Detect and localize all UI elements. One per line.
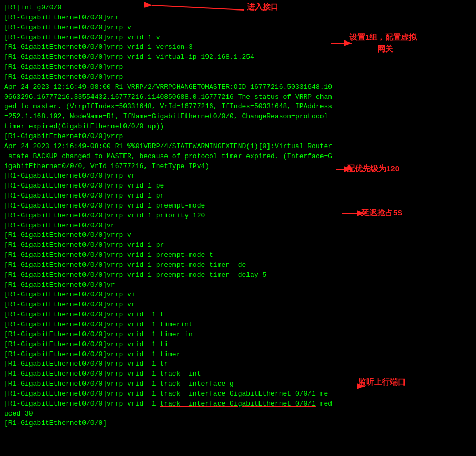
terminal-line: [R1-GigabitEthernet0/0/0]vrrp vrid 1 pre… bbox=[4, 251, 472, 261]
terminal-line: [R1-GigabitEthernet0/0/0]vrrp bbox=[4, 63, 472, 72]
terminal-line: [R1-GigabitEthernet0/0/0]vrrp vrid 1 v bbox=[4, 33, 472, 43]
terminal-line: [R1-GigabitEthernet0/0/0]vrrp vrid 1 tra… bbox=[4, 389, 472, 399]
terminal-line: state BACKUP changed to MASTER, because … bbox=[4, 152, 472, 162]
terminal: [R1]int g0/0/0[R1-GigabitEthernet0/0/0]v… bbox=[0, 0, 476, 456]
terminal-line: igabitEthernet0/0/0, VrId=16777216, Inet… bbox=[4, 162, 472, 172]
terminal-line: Apr 24 2023 12:16:49-08:00 R1 VRRP/2/VRR… bbox=[4, 82, 472, 92]
terminal-line: [R1-GigabitEthernet0/0/0]vrrp vrid 1 tra… bbox=[4, 399, 472, 409]
terminal-line: [R1-GigabitEthernet0/0/0]vrr bbox=[4, 13, 472, 23]
terminal-line: [R1-GigabitEthernet0/0/0]vrrp vrid 1 ti bbox=[4, 340, 472, 350]
terminal-line: [R1-GigabitEthernet0/0/0]vrrp vrid 1 tim… bbox=[4, 330, 472, 340]
terminal-line: [R1-GigabitEthernet0/0/0]vrrp vrid 1 tra… bbox=[4, 379, 472, 389]
terminal-line: [R1-GigabitEthernet0/0/0]vrrp vrid 1 pri… bbox=[4, 211, 472, 221]
terminal-line: [R1-GigabitEthernet0/0/0]vrrp vrid 1 pre… bbox=[4, 201, 472, 211]
terminal-line: [R1-GigabitEthernet0/0/0]vrrp vrid 1 pr bbox=[4, 241, 472, 251]
terminal-line: [R1-GigabitEthernet0/0/0]vrrp vrid 1 tr bbox=[4, 359, 472, 369]
terminal-line: [R1-GigabitEthernet0/0/0]vrrp vrid 1 pr bbox=[4, 191, 472, 201]
terminal-line: [R1-GigabitEthernet0/0/0]vrrp vrid 1 ver… bbox=[4, 43, 472, 53]
terminal-line: [R1-GigabitEthernet0/0/0]vrrp vrid 1 pre… bbox=[4, 261, 472, 271]
terminal-line: =252.1.168.192, NodeName=R1, IfName=Giga… bbox=[4, 112, 472, 122]
terminal-line: timer expired(GigabitEthernet0/0/0 up)) bbox=[4, 122, 472, 132]
terminal-line: [R1-GigabitEthernet0/0/0]vrrp vrid 1 vir… bbox=[4, 53, 472, 63]
terminal-line: [R1-GigabitEthernet0/0/0]vrrp vr bbox=[4, 300, 472, 310]
terminal-line: [R1-GigabitEthernet0/0/0]vrrp vrid 1 tra… bbox=[4, 369, 472, 379]
terminal-line: [R1-GigabitEthernet0/0/0]vrrp vrid 1 pe bbox=[4, 181, 472, 191]
terminal-line: uced 30 bbox=[4, 409, 472, 419]
terminal-line: Apr 24 2023 12:16:49-08:00 R1 %%01VRRP/4… bbox=[4, 142, 472, 152]
terminal-line: [R1-GigabitEthernet0/0/0]vrrp bbox=[4, 132, 472, 142]
terminal-line: [R1-GigabitEthernet0/0/0]vrrp vi bbox=[4, 290, 472, 300]
terminal-line: [R1-GigabitEthernet0/0/0] bbox=[4, 419, 472, 429]
terminal-line: [R1-GigabitEthernet0/0/0]vrrp vrid 1 tim… bbox=[4, 350, 472, 360]
terminal-line: 0663296.16777216.33554432.16777216.11408… bbox=[4, 92, 472, 102]
terminal-line: [R1]int g0/0/0 bbox=[4, 3, 472, 13]
terminal-line: [R1-GigabitEthernet0/0/0]vr bbox=[4, 221, 472, 231]
terminal-line: [R1-GigabitEthernet0/0/0]vrrp vrid 1 tim… bbox=[4, 320, 472, 330]
terminal-line: [R1-GigabitEthernet0/0/0]vrrp vrid 1 t bbox=[4, 310, 472, 320]
terminal-line: ged to master. (VrrpIfIndex=50331648, Vr… bbox=[4, 102, 472, 112]
terminal-line: [R1-GigabitEthernet0/0/0]vrrp vrid 1 pre… bbox=[4, 271, 472, 281]
terminal-line: [R1-GigabitEthernet0/0/0]vrrp bbox=[4, 72, 472, 82]
terminal-line: [R1-GigabitEthernet0/0/0]vrrp v bbox=[4, 231, 472, 241]
terminal-line: [R1-GigabitEthernet0/0/0]vrrp vr bbox=[4, 171, 472, 181]
terminal-line: [R1-GigabitEthernet0/0/0]vr bbox=[4, 281, 472, 291]
terminal-line: [R1-GigabitEthernet0/0/0]vrrp v bbox=[4, 23, 472, 33]
